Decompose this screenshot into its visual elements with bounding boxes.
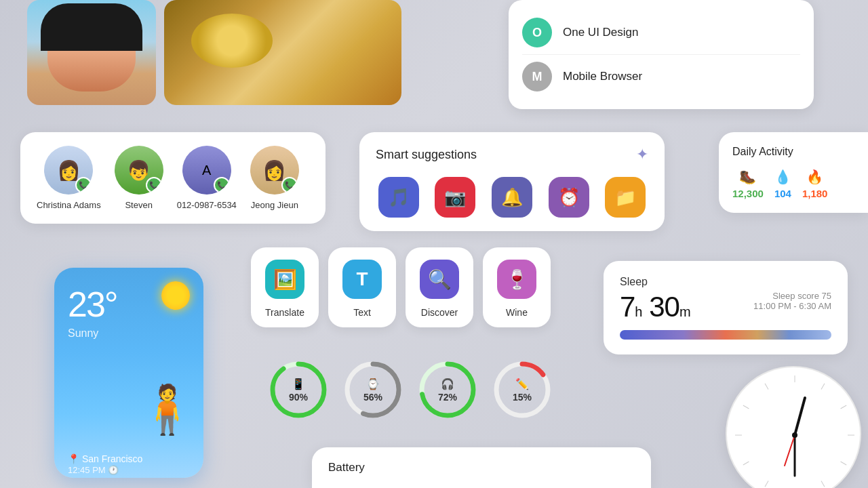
sleep-m-label: m xyxy=(679,304,690,319)
app-list-item[interactable]: O One UI Design xyxy=(522,11,800,54)
sleep-title: Sleep xyxy=(620,276,831,288)
phone-circle-icon: 📱 xyxy=(292,378,305,390)
photo-food xyxy=(164,0,401,105)
activity-title: Daily Activity xyxy=(732,146,854,158)
calories-icon: 🔥 xyxy=(806,169,823,185)
water-stat: 💧 104 xyxy=(774,169,791,199)
phone-name: 012-0987-6534 xyxy=(177,200,237,210)
circular-widgets-row: 📱 90% ⌚ 56% 🎧 72% ✏️ 15% xyxy=(268,359,553,420)
sleep-time-range: 11:00 PM - 6:30 AM xyxy=(753,301,831,311)
location-name: San Francisco xyxy=(82,453,142,464)
earbuds-circle-value: 72% xyxy=(438,392,457,403)
clock-svg xyxy=(727,367,863,488)
translate-action[interactable]: 🖼️ Translate xyxy=(251,247,319,327)
pencil-circle-value: 15% xyxy=(513,392,532,403)
water-value: 104 xyxy=(774,188,791,199)
folder-app-icon[interactable]: 📁 xyxy=(605,177,646,218)
weather-clock-icon: 🕐 xyxy=(108,465,119,475)
steps-value: 12,300 xyxy=(732,188,764,199)
wine-icon: 🍷 xyxy=(497,260,536,299)
calories-value: 1,180 xyxy=(802,188,828,199)
photo-row xyxy=(27,0,401,105)
contact-item[interactable]: 👦 📞 Steven xyxy=(115,146,163,210)
photo-woman xyxy=(27,0,156,105)
clock-center xyxy=(792,432,797,438)
second-hand xyxy=(785,435,795,466)
translate-icon: 🖼️ xyxy=(265,260,304,299)
phone-avatar: A 📞 xyxy=(182,146,231,195)
clock-app-icon[interactable]: ⏰ xyxy=(549,177,589,218)
camera-app-icon[interactable]: 📷 xyxy=(435,177,475,218)
svg-line-12 xyxy=(841,462,847,465)
discover-label: Discover xyxy=(421,307,458,318)
phone-battery-widget: 📱 90% xyxy=(268,359,329,420)
contact-item[interactable]: 👩 📞 Jeong Jieun xyxy=(250,146,299,210)
wine-action[interactable]: 🍷 Wine xyxy=(483,247,551,327)
watch-battery-widget: ⌚ 56% xyxy=(342,359,403,420)
svg-line-16 xyxy=(743,462,749,465)
smart-icons: 🎵 📷 🔔 ⏰ 📁 xyxy=(376,177,648,218)
svg-line-13 xyxy=(821,481,825,487)
clock-widget xyxy=(719,359,868,488)
location-pin-icon: 📍 xyxy=(68,453,82,464)
one-ui-icon: O xyxy=(522,18,552,47)
phone-circle-value: 90% xyxy=(289,392,308,403)
svg-line-9 xyxy=(821,384,825,390)
weather-condition: Sunny xyxy=(68,327,190,340)
christina-avatar: 👩 📞 xyxy=(44,146,93,195)
battery-title: Battery xyxy=(328,461,635,474)
call-badge: 📞 xyxy=(75,177,92,193)
call-badge: 📞 xyxy=(214,177,230,193)
sleep-card: Sleep 7h 30m Sleep score 75 11:00 PM - 6… xyxy=(604,261,848,354)
call-badge: 📞 xyxy=(281,177,298,193)
jeong-avatar: 👩 📞 xyxy=(250,146,299,195)
one-ui-label: One UI Design xyxy=(563,26,639,39)
call-badge: 📞 xyxy=(146,177,162,193)
jeong-name: Jeong Jieun xyxy=(251,200,298,210)
earbuds-circle-content: 🎧 72% xyxy=(438,378,457,403)
christina-name: Christina Adams xyxy=(37,200,101,210)
hour-hand xyxy=(795,398,805,435)
mobile-browser-label: Mobile Browser xyxy=(563,70,642,83)
sleep-bar xyxy=(620,330,831,340)
activity-stats: 🥾 12,300 💧 104 🔥 1,180 xyxy=(732,169,854,199)
svg-line-19 xyxy=(765,384,768,390)
weather-card: 23° Sunny 🧍 📍 San Francisco 12:45 PM 🕐 xyxy=(54,268,203,478)
smart-title: Smart suggestions xyxy=(376,148,477,162)
sleep-hours: 7 xyxy=(620,291,635,323)
sparkle-icon: ✦ xyxy=(636,146,648,163)
earbuds-battery-widget: 🎧 72% xyxy=(417,359,478,420)
discover-action[interactable]: 🔍 Discover xyxy=(406,247,473,327)
svg-line-18 xyxy=(743,405,749,409)
text-action[interactable]: T Text xyxy=(328,247,396,327)
sleep-h-label: h xyxy=(635,304,642,319)
sun-icon xyxy=(161,281,190,310)
svg-line-10 xyxy=(841,405,847,409)
earbuds-circle-icon: 🎧 xyxy=(441,378,454,390)
quick-actions: 🖼️ Translate T Text 🔍 Discover 🍷 Wine xyxy=(251,247,551,327)
app-list-item[interactable]: M Mobile Browser xyxy=(522,54,800,98)
steps-icon: 🥾 xyxy=(739,169,756,185)
contact-item[interactable]: 👩 📞 Christina Adams xyxy=(37,146,101,210)
pencil-circle-icon: ✏️ xyxy=(515,378,529,390)
steps-stat: 🥾 12,300 xyxy=(732,169,764,199)
app-list-card: O One UI Design M Mobile Browser xyxy=(509,0,814,109)
sleep-score: Sleep score 75 xyxy=(753,291,831,301)
sleep-minutes: 30 xyxy=(649,291,679,323)
watch-circle-content: ⌚ 56% xyxy=(363,378,382,403)
sleep-duration: 7h 30m xyxy=(620,291,690,323)
calories-stat: 🔥 1,180 xyxy=(802,169,828,199)
mobile-browser-icon: M xyxy=(522,62,552,92)
pencil-battery-widget: ✏️ 15% xyxy=(492,359,553,420)
text-label: Text xyxy=(353,307,371,318)
weather-location: 📍 San Francisco xyxy=(68,453,142,464)
smart-header: Smart suggestions ✦ xyxy=(376,146,648,163)
contacts-card: 👩 📞 Christina Adams 👦 📞 Steven A 📞 012-0… xyxy=(20,132,326,224)
steven-avatar: 👦 📞 xyxy=(115,146,163,195)
weather-time: 12:45 PM 🕐 xyxy=(68,465,119,475)
bell-app-icon[interactable]: 🔔 xyxy=(492,177,532,218)
watch-circle-value: 56% xyxy=(363,392,382,403)
contact-item[interactable]: A 📞 012-0987-6534 xyxy=(177,146,237,210)
music-app-icon[interactable]: 🎵 xyxy=(378,177,419,218)
watch-circle-icon: ⌚ xyxy=(366,378,380,390)
